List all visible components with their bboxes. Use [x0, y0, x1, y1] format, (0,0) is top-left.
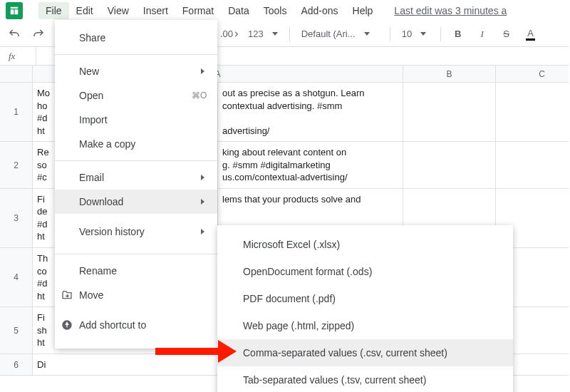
- cell[interactable]: [496, 142, 570, 189]
- font-label: Default (Ari...: [301, 29, 356, 39]
- file-import[interactable]: Import: [55, 108, 217, 132]
- download-html[interactable]: Web page (.html, zipped): [217, 312, 513, 339]
- text-color-label: A: [526, 28, 535, 41]
- menu-label: Make a copy: [79, 138, 192, 150]
- separator: [440, 27, 441, 41]
- file-open[interactable]: Open⌘O: [55, 83, 217, 108]
- menu-tools[interactable]: Tools: [256, 2, 294, 19]
- separator: [55, 160, 217, 161]
- menu-label: Rename: [79, 265, 192, 277]
- redo-icon: [32, 28, 45, 41]
- menu-label: Version history: [79, 226, 192, 238]
- separator: [55, 54, 217, 55]
- menu-label: Tab-separated values (.tsv, current shee…: [243, 374, 509, 386]
- menu-label: OpenDocument format (.ods): [243, 266, 509, 278]
- chevron-down-icon: [364, 32, 370, 36]
- menu-label: Email: [79, 172, 192, 184]
- file-download[interactable]: Download: [55, 190, 217, 214]
- menu-format[interactable]: Format: [175, 2, 221, 19]
- row-header[interactable]: 2: [0, 142, 33, 189]
- menu-label: Open: [79, 90, 192, 102]
- menu-label: PDF document (.pdf): [243, 293, 509, 305]
- font-combo[interactable]: Default (Ari...: [297, 24, 383, 44]
- shortcut-label: ⌘O: [192, 91, 213, 100]
- submenu-caret-icon: [201, 229, 204, 234]
- file-share[interactable]: Share: [55, 26, 217, 50]
- download-csv[interactable]: Comma-separated values (.csv, current sh…: [217, 339, 513, 366]
- menu-label: Microsoft Excel (.xlsx): [243, 239, 509, 251]
- row-header[interactable]: 5: [0, 307, 33, 354]
- font-size-combo[interactable]: 10: [398, 24, 433, 44]
- cell[interactable]: [403, 142, 496, 189]
- cell[interactable]: out as precise as a shotgun. Learn conte…: [218, 83, 403, 142]
- file-email[interactable]: Email: [55, 165, 217, 190]
- separator: [55, 254, 217, 254]
- font-size-label: 10: [402, 29, 412, 39]
- cell[interactable]: Di: [33, 354, 218, 376]
- download-submenu: Microsoft Excel (.xlsx) OpenDocument for…: [217, 225, 513, 392]
- row-header[interactable]: 3: [0, 189, 33, 248]
- cell[interactable]: king about relevant content on g. #smm #…: [218, 142, 403, 189]
- menu-file[interactable]: File: [38, 2, 69, 19]
- number-format-label: 123: [248, 29, 264, 39]
- file-new[interactable]: New: [55, 59, 217, 83]
- number-format-combo[interactable]: 123: [244, 24, 282, 44]
- corner-select-all[interactable]: [0, 66, 33, 83]
- submenu-caret-icon: [201, 175, 204, 180]
- menu-label: Share: [79, 32, 192, 44]
- separator: [289, 27, 290, 41]
- col-header-b[interactable]: B: [403, 66, 496, 83]
- menu-help[interactable]: Help: [346, 2, 380, 19]
- row-header[interactable]: 4: [0, 248, 33, 307]
- menu-data[interactable]: Data: [221, 2, 256, 19]
- menu-bar: File Edit View Insert Format Data Tools …: [0, 0, 570, 21]
- undo-icon: [8, 28, 21, 41]
- file-move[interactable]: Move: [55, 283, 217, 307]
- shortcut-icon: [55, 319, 79, 331]
- menu-label: Move: [79, 289, 192, 301]
- file-rename[interactable]: Rename: [55, 259, 217, 283]
- download-pdf[interactable]: PDF document (.pdf): [217, 285, 513, 312]
- last-edit-link[interactable]: Last edit was 3 minutes a: [394, 5, 507, 16]
- cell[interactable]: [403, 83, 496, 142]
- separator: [390, 27, 390, 41]
- submenu-caret-icon: [201, 199, 204, 205]
- download-ods[interactable]: OpenDocument format (.ods): [217, 258, 513, 285]
- file-add-shortcut[interactable]: Add shortcut to: [55, 307, 217, 343]
- fx-label: fx: [9, 51, 36, 62]
- italic-button[interactable]: I: [472, 24, 492, 44]
- row-header[interactable]: 6: [0, 354, 33, 376]
- download-xlsx[interactable]: Microsoft Excel (.xlsx): [217, 231, 513, 258]
- col-header-c[interactable]: C: [496, 66, 570, 83]
- cell[interactable]: [496, 83, 570, 142]
- submenu-caret-icon: [201, 68, 204, 74]
- menu-label: Web page (.html, zipped): [243, 320, 509, 332]
- menu-label: Import: [79, 114, 192, 126]
- file-version-history[interactable]: Version history: [55, 214, 217, 249]
- increase-decimal[interactable]: .00: [219, 24, 239, 44]
- menu-label: Add shortcut to: [79, 319, 192, 331]
- sheets-logo: [6, 2, 23, 19]
- strike-button[interactable]: S: [497, 24, 517, 44]
- download-tsv[interactable]: Tab-separated values (.tsv, current shee…: [217, 366, 513, 392]
- file-make-copy[interactable]: Make a copy: [55, 132, 217, 156]
- chevron-down-icon: [272, 32, 278, 36]
- move-icon: [55, 289, 79, 301]
- redo-button[interactable]: [28, 24, 48, 44]
- menu-label: Comma-separated values (.csv, current sh…: [243, 347, 509, 359]
- undo-button[interactable]: [4, 24, 24, 44]
- bold-button[interactable]: B: [448, 24, 468, 44]
- menu-edit[interactable]: Edit: [69, 2, 100, 19]
- sheets-icon: [9, 6, 19, 16]
- chevron-down-icon: [420, 32, 426, 36]
- menu-label: Download: [79, 196, 192, 208]
- menu-addons[interactable]: Add-ons: [294, 2, 345, 19]
- menu-view[interactable]: View: [100, 2, 136, 19]
- menu-label: New: [79, 66, 192, 78]
- row-header[interactable]: 1: [0, 83, 33, 142]
- file-dropdown: Share New Open⌘O Import Make a copy Emai…: [55, 20, 217, 349]
- menu-insert[interactable]: Insert: [136, 2, 175, 19]
- text-color-button[interactable]: A: [521, 24, 541, 44]
- right-arrow-icon: [233, 31, 239, 37]
- separator: [36, 47, 36, 65]
